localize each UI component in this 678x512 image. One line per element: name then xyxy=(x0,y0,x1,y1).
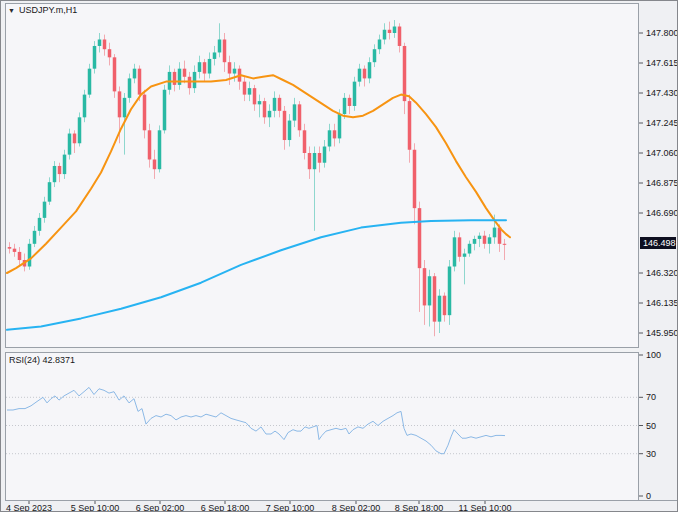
candle-body[interactable] xyxy=(503,244,507,245)
candle-body[interactable] xyxy=(423,268,427,305)
candle-body[interactable] xyxy=(478,236,482,239)
candle-body[interactable] xyxy=(263,101,267,117)
candle-body[interactable] xyxy=(63,155,67,174)
candle-body[interactable] xyxy=(458,237,462,256)
candle-body[interactable] xyxy=(158,130,162,169)
candle-body[interactable] xyxy=(103,39,107,49)
candle-body[interactable] xyxy=(488,237,492,243)
candle-body[interactable] xyxy=(348,98,352,106)
candle-body[interactable] xyxy=(393,27,397,33)
candle-body[interactable] xyxy=(108,49,112,57)
candle-body[interactable] xyxy=(113,57,117,91)
candle-body[interactable] xyxy=(78,117,82,143)
candle-body[interactable] xyxy=(233,69,237,74)
candle-body[interactable] xyxy=(463,254,467,257)
candle-body[interactable] xyxy=(193,72,197,88)
candle-body[interactable] xyxy=(483,236,487,244)
candle-body[interactable] xyxy=(123,98,127,117)
candle-body[interactable] xyxy=(13,249,17,252)
candle-body[interactable] xyxy=(223,39,227,62)
candle-body[interactable] xyxy=(128,78,132,97)
candle-body[interactable] xyxy=(208,59,212,74)
candle-body[interactable] xyxy=(138,69,142,95)
candle-body[interactable] xyxy=(83,95,87,118)
candle-body[interactable] xyxy=(398,27,402,46)
candle-body[interactable] xyxy=(308,153,312,169)
candle-body[interactable] xyxy=(173,72,177,85)
rsi-indicator-plot[interactable] xyxy=(5,353,639,500)
candle-body[interactable] xyxy=(438,296,442,322)
candle-body[interactable] xyxy=(38,218,42,231)
candle-body[interactable] xyxy=(278,98,282,111)
candle-body[interactable] xyxy=(8,247,12,249)
candle-body[interactable] xyxy=(443,296,447,315)
candle-body[interactable] xyxy=(298,104,302,130)
candle-body[interactable] xyxy=(378,39,382,49)
candle-body[interactable] xyxy=(358,69,362,82)
candle-body[interactable] xyxy=(428,276,432,305)
candle-body[interactable] xyxy=(473,239,477,244)
candle-body[interactable] xyxy=(88,69,92,95)
candle-body[interactable] xyxy=(198,62,202,72)
candle-body[interactable] xyxy=(243,82,247,95)
candle-body[interactable] xyxy=(203,62,207,73)
candle-body[interactable] xyxy=(18,252,22,260)
candle-body[interactable] xyxy=(53,166,57,182)
candle-body[interactable] xyxy=(288,121,292,140)
candle-body[interactable] xyxy=(133,69,137,79)
candle-body[interactable] xyxy=(338,114,342,138)
candle-body[interactable] xyxy=(283,111,287,140)
candle-body[interactable] xyxy=(148,130,152,159)
candle-body[interactable] xyxy=(218,39,222,52)
candle-body[interactable] xyxy=(413,150,417,208)
candle-body[interactable] xyxy=(303,130,307,153)
price-tick-label: 147.800 xyxy=(646,28,678,38)
candle-body[interactable] xyxy=(253,88,257,104)
candle-body[interactable] xyxy=(248,88,252,94)
candle-body[interactable] xyxy=(163,90,167,131)
candle-body[interactable] xyxy=(273,98,277,111)
candle-body[interactable] xyxy=(118,91,122,117)
candle-body[interactable] xyxy=(183,69,187,77)
candle-body[interactable] xyxy=(403,46,407,101)
candle-body[interactable] xyxy=(328,130,332,146)
candle-body[interactable] xyxy=(453,237,457,266)
collapse-chart-icon[interactable]: ▼ xyxy=(8,7,15,14)
candle-body[interactable] xyxy=(373,49,377,62)
candle-body[interactable] xyxy=(98,39,102,45)
candle-body[interactable] xyxy=(368,62,372,78)
candle-body[interactable] xyxy=(268,111,272,117)
symbol-period-label: USDJPY.m,H1 xyxy=(19,5,77,15)
candle-body[interactable] xyxy=(153,159,157,169)
candle-body[interactable] xyxy=(143,95,147,131)
candle-body[interactable] xyxy=(323,147,327,163)
candle-body[interactable] xyxy=(418,208,422,268)
candle-body[interactable] xyxy=(383,30,387,40)
candle-body[interactable] xyxy=(408,101,412,150)
symbol-title-row: ▼ USDJPY.m,H1 xyxy=(8,5,77,15)
candle-body[interactable] xyxy=(363,69,367,79)
candle-body[interactable] xyxy=(228,62,232,73)
candle-body[interactable] xyxy=(33,231,37,244)
candle-body[interactable] xyxy=(318,153,322,163)
candle-body[interactable] xyxy=(313,153,317,169)
candle-body[interactable] xyxy=(293,104,297,120)
candle-body[interactable] xyxy=(388,30,392,33)
candle-body[interactable] xyxy=(28,244,32,267)
candle-body[interactable] xyxy=(448,267,452,316)
candle-body[interactable] xyxy=(468,244,472,254)
candle-body[interactable] xyxy=(73,134,77,144)
candle-body[interactable] xyxy=(433,276,437,321)
candle-body[interactable] xyxy=(213,52,217,58)
panel-separator[interactable] xyxy=(5,348,639,353)
candle-body[interactable] xyxy=(43,202,47,218)
candle-body[interactable] xyxy=(333,130,337,138)
candle-body[interactable] xyxy=(343,98,347,114)
candle-body[interactable] xyxy=(493,228,497,238)
candle-body[interactable] xyxy=(48,182,52,201)
candle-body[interactable] xyxy=(258,101,262,104)
candle-body[interactable] xyxy=(93,46,97,69)
candle-body[interactable] xyxy=(353,82,357,106)
candle-body[interactable] xyxy=(58,166,62,174)
candle-body[interactable] xyxy=(68,134,72,155)
